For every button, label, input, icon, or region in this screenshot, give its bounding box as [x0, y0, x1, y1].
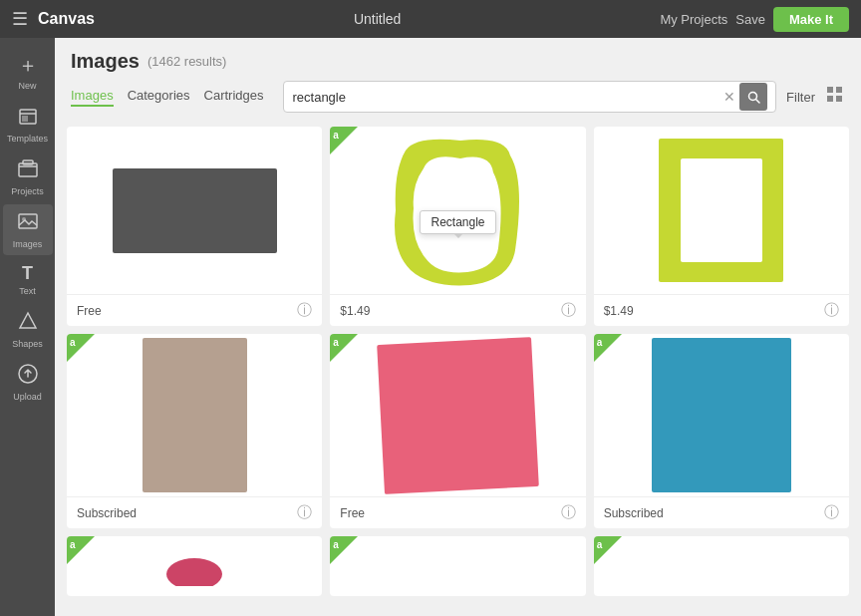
shape-pink-rect — [377, 337, 539, 494]
image-card[interactable]: $1.49 ⓘ — [594, 127, 849, 326]
sidebar-label-shapes: Shapes — [12, 339, 43, 349]
upload-icon — [17, 363, 39, 390]
tab-categories[interactable]: Categories — [128, 88, 190, 107]
sidebar-item-images[interactable]: Images — [3, 204, 53, 255]
card-footer: Subscribed ⓘ — [67, 496, 322, 528]
sidebar-item-text[interactable]: T Text — [3, 257, 53, 302]
image-card[interactable]: a Free ⓘ — [330, 334, 585, 528]
card-footer: Subscribed ⓘ — [594, 496, 849, 528]
card-preview: a — [67, 334, 322, 496]
svg-line-9 — [755, 99, 759, 103]
filter-button[interactable]: Filter — [786, 90, 815, 105]
tab-cartridges[interactable]: Cartridges — [204, 88, 264, 107]
card-price: Subscribed — [77, 506, 137, 520]
card-preview — [594, 127, 849, 294]
svg-rect-13 — [836, 96, 842, 102]
info-icon[interactable]: ⓘ — [561, 503, 576, 522]
sidebar-item-templates[interactable]: Templates — [3, 99, 53, 150]
info-icon[interactable]: ⓘ — [824, 301, 839, 320]
badge-text: a — [70, 539, 76, 550]
badge-text: a — [333, 539, 339, 550]
card-price: Free — [77, 304, 102, 318]
svg-marker-6 — [20, 313, 36, 328]
topbar: ☰ Canvas Untitled My Projects Save Make … — [0, 0, 861, 38]
make-it-button[interactable]: Make It — [773, 7, 849, 32]
image-card[interactable]: Free ⓘ — [67, 127, 322, 326]
card-footer: Free ⓘ — [330, 496, 585, 528]
grid-view-button[interactable] — [825, 85, 845, 110]
topbar-actions: My Projects Save Make It — [660, 7, 849, 32]
sidebar-item-projects[interactable]: Projects — [3, 152, 53, 202]
card-preview: a Rectangle — [330, 127, 585, 294]
card-price: $1.49 — [340, 304, 370, 318]
templates-icon — [17, 105, 39, 132]
svg-rect-11 — [836, 87, 842, 93]
tab-images[interactable]: Images — [71, 88, 114, 107]
card-footer: $1.49 ⓘ — [594, 294, 849, 326]
sidebar-label-new: New — [18, 81, 36, 91]
shape-tan-rect — [143, 338, 247, 492]
card-price: Free — [340, 506, 365, 520]
menu-icon[interactable]: ☰ — [12, 8, 28, 30]
image-card[interactable]: a Subscribed ⓘ — [67, 334, 322, 528]
badge-text: a — [70, 337, 76, 348]
main-layout: ＋ New Templates Projects Images T Text — [0, 38, 861, 616]
content-header: Images (1462 results) — [55, 38, 861, 81]
search-clear-icon[interactable]: ✕ — [723, 89, 735, 105]
image-card-partial[interactable]: a — [594, 536, 849, 596]
card-preview: a — [594, 334, 849, 496]
projects-icon — [17, 157, 39, 184]
page-title: Images — [71, 50, 140, 73]
badge-text: a — [597, 539, 603, 550]
info-icon[interactable]: ⓘ — [297, 301, 312, 320]
info-icon[interactable]: ⓘ — [824, 503, 839, 522]
sidebar-item-shapes[interactable]: Shapes — [3, 304, 53, 355]
search-input[interactable] — [292, 90, 723, 105]
sidebar-label-images: Images — [13, 239, 43, 249]
app-logo: Canvas — [38, 10, 95, 28]
badge-text: a — [333, 130, 339, 141]
shape-dark-rect — [113, 168, 277, 253]
card-footer: Free ⓘ — [67, 294, 322, 326]
sidebar-label-projects: Projects — [11, 186, 44, 196]
svg-rect-1 — [22, 116, 28, 122]
text-icon: T — [22, 263, 33, 284]
card-price: $1.49 — [604, 304, 634, 318]
document-title[interactable]: Untitled — [95, 11, 660, 27]
card-preview: a — [330, 334, 585, 496]
svg-point-16 — [166, 558, 222, 586]
partial-shape — [164, 546, 224, 586]
tab-nav: Images Categories Cartridges — [71, 88, 263, 107]
search-box: ✕ — [283, 81, 776, 113]
info-icon[interactable]: ⓘ — [297, 503, 312, 522]
sidebar-label-text: Text — [19, 286, 36, 296]
svg-rect-4 — [19, 214, 37, 228]
sidebar-label-upload: Upload — [13, 392, 42, 402]
svg-rect-15 — [681, 158, 762, 262]
save-button[interactable]: Save — [735, 12, 765, 27]
card-price: Subscribed — [604, 506, 664, 520]
results-count: (1462 results) — [147, 54, 226, 69]
image-grid: Free ⓘ a Rectangle $1.49 ⓘ — [55, 123, 861, 616]
shapes-icon — [17, 310, 39, 337]
badge-text: a — [333, 337, 339, 348]
info-icon[interactable]: ⓘ — [561, 301, 576, 320]
my-projects-link[interactable]: My Projects — [660, 12, 727, 27]
sidebar-label-templates: Templates — [7, 134, 48, 144]
content-area: Images (1462 results) Images Categories … — [55, 38, 861, 616]
new-icon: ＋ — [18, 52, 38, 79]
search-go-button[interactable] — [739, 83, 767, 111]
search-bar-row: Images Categories Cartridges ✕ Filter — [55, 81, 861, 123]
image-card-partial[interactable]: a — [330, 536, 585, 596]
images-icon — [17, 210, 39, 237]
svg-rect-12 — [827, 96, 833, 102]
svg-rect-3 — [23, 160, 33, 164]
sidebar-item-new[interactable]: ＋ New — [3, 46, 53, 97]
image-card-partial[interactable]: a — [67, 536, 322, 596]
tooltip: Rectangle — [420, 210, 495, 234]
image-card[interactable]: a Rectangle $1.49 ⓘ — [330, 127, 585, 326]
sidebar-item-upload[interactable]: Upload — [3, 357, 53, 408]
svg-rect-10 — [827, 87, 833, 93]
image-card[interactable]: a Subscribed ⓘ — [594, 334, 849, 528]
yellow-rect-frame-shape — [649, 131, 793, 290]
